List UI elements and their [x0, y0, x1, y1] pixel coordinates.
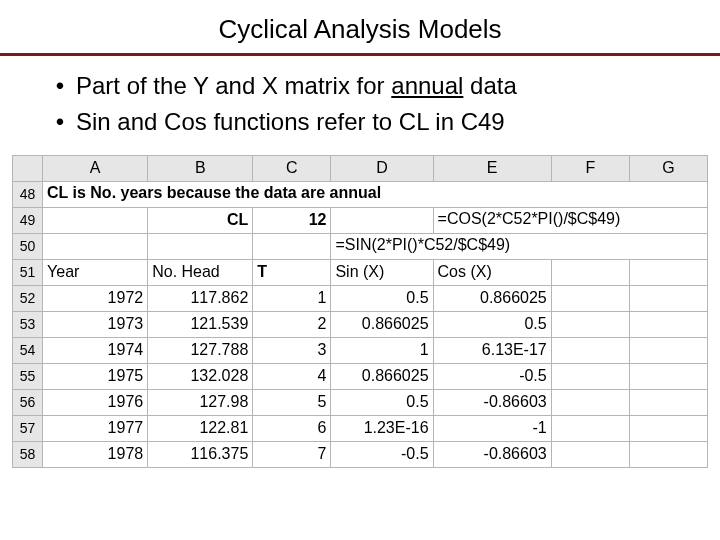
cell[interactable]: Year: [43, 259, 148, 285]
cell[interactable]: T: [253, 259, 331, 285]
cell[interactable]: -0.5: [331, 441, 433, 467]
spreadsheet-table: A B C D E F G 48 CL is No. years because…: [12, 155, 708, 468]
cell[interactable]: [629, 259, 707, 285]
cell[interactable]: No. Head: [148, 259, 253, 285]
cell[interactable]: [253, 233, 331, 259]
cell[interactable]: 127.788: [148, 337, 253, 363]
cell[interactable]: [551, 259, 629, 285]
cell[interactable]: [551, 363, 629, 389]
cell[interactable]: 116.375: [148, 441, 253, 467]
cell[interactable]: 0.866025: [433, 285, 551, 311]
bullet-item: • Part of the Y and X matrix for annual …: [52, 70, 680, 102]
cell[interactable]: =COS(2*C52*PI()/$C$49): [433, 207, 707, 233]
cell-text: CL is No. years because the data are ann…: [47, 184, 381, 202]
corner-cell: [13, 155, 43, 181]
slide-title: Cyclical Analysis Models: [0, 14, 720, 45]
cell[interactable]: [551, 285, 629, 311]
cell[interactable]: [629, 363, 707, 389]
cell[interactable]: [43, 233, 148, 259]
cell[interactable]: [629, 441, 707, 467]
col-header[interactable]: D: [331, 155, 433, 181]
cell[interactable]: 2: [253, 311, 331, 337]
cell[interactable]: 12: [253, 207, 331, 233]
cell[interactable]: Sin (X): [331, 259, 433, 285]
cell[interactable]: 7: [253, 441, 331, 467]
bullet-list: • Part of the Y and X matrix for annual …: [0, 70, 720, 139]
col-header[interactable]: F: [551, 155, 629, 181]
cell[interactable]: 117.862: [148, 285, 253, 311]
row-header[interactable]: 57: [13, 415, 43, 441]
table-row: 48 CL is No. years because the data are …: [13, 181, 708, 207]
cell[interactable]: CL is No. years because the data are ann…: [43, 181, 708, 207]
cell[interactable]: 1972: [43, 285, 148, 311]
cell[interactable]: Cos (X): [433, 259, 551, 285]
table-row: 49 CL 12 =COS(2*C52*PI()/$C$49): [13, 207, 708, 233]
cell[interactable]: 132.028: [148, 363, 253, 389]
cell[interactable]: [551, 441, 629, 467]
cell[interactable]: 121.539: [148, 311, 253, 337]
cell[interactable]: 1.23E-16: [331, 415, 433, 441]
cell[interactable]: 127.98: [148, 389, 253, 415]
row-header[interactable]: 51: [13, 259, 43, 285]
title-divider: [0, 53, 720, 56]
cell[interactable]: 6: [253, 415, 331, 441]
cell[interactable]: 3: [253, 337, 331, 363]
table-row: 58 1978 116.375 7 -0.5 -0.86603: [13, 441, 708, 467]
table-row: 57 1977 122.81 6 1.23E-16 -1: [13, 415, 708, 441]
row-header[interactable]: 48: [13, 181, 43, 207]
cell[interactable]: [551, 415, 629, 441]
col-header[interactable]: A: [43, 155, 148, 181]
cell[interactable]: [629, 285, 707, 311]
cell[interactable]: [551, 389, 629, 415]
cell[interactable]: 1977: [43, 415, 148, 441]
cell[interactable]: 0.866025: [331, 363, 433, 389]
row-header[interactable]: 53: [13, 311, 43, 337]
row-header[interactable]: 50: [13, 233, 43, 259]
col-header[interactable]: B: [148, 155, 253, 181]
cell[interactable]: [629, 311, 707, 337]
col-header[interactable]: G: [629, 155, 707, 181]
cell[interactable]: -0.86603: [433, 389, 551, 415]
cell[interactable]: 5: [253, 389, 331, 415]
cell[interactable]: CL: [148, 207, 253, 233]
cell[interactable]: 4: [253, 363, 331, 389]
cell[interactable]: 6.13E-17: [433, 337, 551, 363]
cell[interactable]: 122.81: [148, 415, 253, 441]
row-header[interactable]: 55: [13, 363, 43, 389]
cell[interactable]: 1973: [43, 311, 148, 337]
cell[interactable]: 1975: [43, 363, 148, 389]
cell[interactable]: [629, 337, 707, 363]
bullet-text: Part of the Y and X matrix for annual da…: [76, 70, 517, 102]
cell[interactable]: -0.5: [433, 363, 551, 389]
cell[interactable]: 1: [331, 337, 433, 363]
bullet-dot-icon: •: [52, 70, 68, 102]
cell[interactable]: [331, 207, 433, 233]
cell[interactable]: 1974: [43, 337, 148, 363]
cell[interactable]: [148, 233, 253, 259]
cell[interactable]: 1978: [43, 441, 148, 467]
cell[interactable]: 0.5: [331, 389, 433, 415]
row-header[interactable]: 58: [13, 441, 43, 467]
cell[interactable]: [629, 415, 707, 441]
cell[interactable]: [43, 207, 148, 233]
cell[interactable]: [551, 337, 629, 363]
cell[interactable]: 1976: [43, 389, 148, 415]
spreadsheet: A B C D E F G 48 CL is No. years because…: [12, 155, 708, 468]
cell[interactable]: 0.5: [331, 285, 433, 311]
cell[interactable]: [551, 311, 629, 337]
cell[interactable]: [629, 389, 707, 415]
row-header[interactable]: 52: [13, 285, 43, 311]
cell[interactable]: 0.5: [433, 311, 551, 337]
row-header[interactable]: 54: [13, 337, 43, 363]
row-header[interactable]: 56: [13, 389, 43, 415]
cell[interactable]: 1: [253, 285, 331, 311]
row-header[interactable]: 49: [13, 207, 43, 233]
col-header[interactable]: C: [253, 155, 331, 181]
cell[interactable]: =SIN(2*PI()*C52/$C$49): [331, 233, 708, 259]
cell[interactable]: -0.86603: [433, 441, 551, 467]
bullet-text-post: data: [463, 72, 516, 99]
col-header[interactable]: E: [433, 155, 551, 181]
cell[interactable]: -1: [433, 415, 551, 441]
cell[interactable]: 0.866025: [331, 311, 433, 337]
table-row: 51 Year No. Head T Sin (X) Cos (X): [13, 259, 708, 285]
